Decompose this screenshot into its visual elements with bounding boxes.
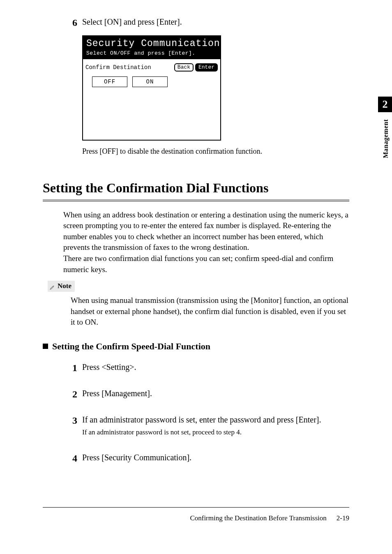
page-number: 2-19	[337, 514, 349, 523]
step-number: 6	[67, 16, 82, 28]
step-number: 3	[67, 414, 82, 426]
note-block: Note When using manual transmission (tra…	[48, 281, 349, 328]
note-icon	[49, 284, 55, 289]
step-number: 1	[67, 362, 82, 373]
step-text: If an administrator password is set, ent…	[82, 414, 349, 425]
step-number: 2	[67, 388, 82, 399]
chapter-side-label: Management	[381, 119, 390, 158]
footer-rule	[43, 507, 349, 508]
step-4: 4 Press [Security Communication].	[67, 452, 349, 464]
page-footer: Confirming the Destination Before Transm…	[43, 514, 349, 523]
square-bullet-icon	[43, 344, 48, 349]
step-2: 2 Press [Management].	[67, 388, 349, 399]
step-text: Press [Security Communication].	[82, 452, 349, 463]
lcd-screenshot: Security Communication Select ON/OFF and…	[82, 35, 221, 141]
step-text: Press [Management].	[82, 388, 349, 399]
running-footer-text: Confirming the Destination Before Transm…	[190, 514, 326, 523]
step-text: Press <Setting>.	[82, 362, 349, 373]
step-subtext: If an administrator password is not set,…	[82, 428, 349, 437]
step-1: 1 Press <Setting>.	[67, 362, 349, 373]
subsection-heading-text: Setting the Confirm Speed-Dial Function	[52, 340, 210, 353]
step-number: 4	[67, 452, 82, 464]
section-paragraph: When using an address book destination o…	[63, 210, 349, 275]
lcd-enter-button[interactable]: Enter	[195, 63, 218, 72]
note-label-text: Note	[58, 282, 71, 291]
lcd-title: Security Communication	[86, 39, 217, 48]
section-heading: Setting the Confirmation Dial Functions	[43, 179, 349, 201]
lcd-option-off[interactable]: OFF	[92, 76, 127, 87]
note-body: When using manual transmission (transmis…	[71, 295, 349, 328]
lcd-row-label: Confirm Destination	[85, 64, 151, 72]
step-6: 6 Select [ON] and press [Enter].	[67, 16, 349, 28]
lcd-caption: Press [OFF] to disable the destination c…	[82, 146, 349, 156]
subsection-heading: Setting the Confirm Speed-Dial Function	[43, 340, 349, 353]
step-text: Select [ON] and press [Enter].	[82, 16, 349, 28]
step-3: 3 If an administrator password is set, e…	[67, 414, 349, 437]
lcd-subtitle: Select ON/OFF and press [Enter].	[86, 50, 217, 57]
lcd-option-on[interactable]: ON	[132, 76, 168, 87]
note-label: Note	[48, 281, 75, 292]
lcd-back-button[interactable]: Back	[174, 63, 194, 72]
chapter-tab: 2	[378, 97, 392, 112]
